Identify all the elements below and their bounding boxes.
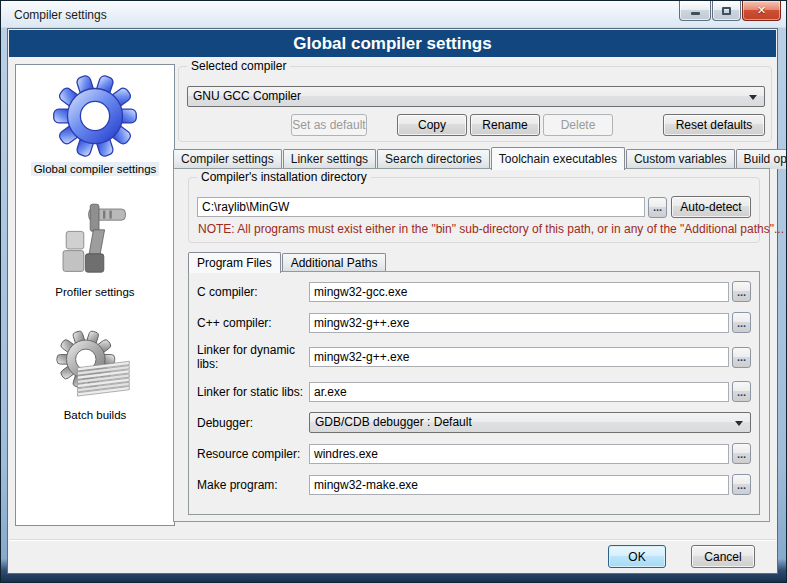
field-row-static-linker: Linker for static libs: ...	[197, 381, 751, 402]
window-controls: ✕	[678, 1, 781, 21]
field-row-debugger: Debugger: GDB/CDB debugger : Default	[197, 412, 751, 433]
debugger-combobox[interactable]: GDB/CDB debugger : Default	[309, 412, 751, 433]
page-title: Global compiler settings	[9, 30, 776, 57]
tab-search-directories[interactable]: Search directories	[377, 149, 490, 169]
batch-builds-gear-icon	[49, 327, 141, 405]
sidebar: Global compiler settings Profiler settin…	[15, 64, 175, 526]
dynamic-linker-input[interactable]	[309, 347, 729, 367]
program-files-panel: C compiler: ... C++ compiler: ... Linker…	[188, 271, 760, 515]
tab-custom-variables[interactable]: Custom variables	[626, 149, 735, 169]
c-compiler-input[interactable]	[309, 282, 729, 302]
tab-compiler-settings[interactable]: Compiler settings	[173, 149, 282, 169]
dialog-client-area: Global compiler settings	[7, 28, 778, 574]
set-as-default-button[interactable]: Set as default	[291, 114, 367, 136]
sidebar-item-label: Global compiler settings	[31, 162, 160, 176]
field-row-make-program: Make program: ...	[197, 474, 751, 495]
toolchain-executables-panel: Compiler's installation directory ... Au…	[173, 168, 770, 522]
browse-directory-button[interactable]: ...	[648, 197, 667, 218]
browse-make-program-button[interactable]: ...	[732, 474, 751, 495]
field-label: C compiler:	[197, 285, 309, 299]
resource-compiler-input[interactable]	[309, 444, 729, 464]
sidebar-item-profiler-settings[interactable]: Profiler settings	[16, 200, 174, 299]
field-label: Debugger:	[197, 416, 309, 430]
rename-button[interactable]: Rename	[470, 114, 540, 136]
tab-linker-settings[interactable]: Linker settings	[283, 149, 376, 169]
minimize-button[interactable]	[679, 1, 711, 21]
footer-separator	[9, 539, 776, 541]
field-row-c-compiler: C compiler: ...	[197, 281, 751, 302]
browse-resource-compiler-button[interactable]: ...	[732, 443, 751, 464]
compiler-settings-window: Compiler settings ✕ Global compiler sett…	[0, 0, 787, 583]
selected-compiler-combobox[interactable]: GNU GCC Compiler	[187, 86, 765, 107]
copy-button[interactable]: Copy	[397, 114, 467, 136]
close-icon: ✕	[757, 4, 766, 17]
group-label: Compiler's installation directory	[197, 170, 371, 184]
compiler-action-buttons: Set as default Copy Rename Delete Reset …	[187, 114, 765, 136]
auto-detect-button[interactable]: Auto-detect	[671, 196, 751, 218]
window-title: Compiler settings	[14, 8, 107, 22]
field-label: Resource compiler:	[197, 447, 309, 461]
blue-gear-icon	[52, 73, 138, 159]
dropdown-arrow-icon	[749, 95, 757, 100]
tab-program-files[interactable]: Program Files	[188, 252, 281, 273]
tab-additional-paths[interactable]: Additional Paths	[282, 253, 387, 272]
note-text: NOTE: All programs must exist either in …	[198, 222, 784, 236]
dropdown-arrow-icon	[735, 421, 743, 426]
browse-static-linker-button[interactable]: ...	[732, 381, 751, 402]
browse-cpp-compiler-button[interactable]: ...	[732, 312, 751, 333]
titlebar[interactable]: Compiler settings ✕	[1, 1, 786, 28]
footer: OK Cancel	[608, 545, 755, 568]
field-label: C++ compiler:	[197, 316, 309, 330]
delete-button[interactable]: Delete	[543, 114, 613, 136]
cpp-compiler-input[interactable]	[309, 313, 729, 333]
field-row-cpp-compiler: C++ compiler: ...	[197, 312, 751, 333]
group-label: Selected compiler	[187, 59, 290, 73]
close-button[interactable]: ✕	[742, 1, 781, 21]
static-linker-input[interactable]	[309, 382, 729, 402]
tab-toolchain-executables[interactable]: Toolchain executables	[491, 147, 625, 170]
sidebar-item-global-compiler-settings[interactable]: Global compiler settings	[16, 73, 174, 176]
field-label: Linker for dynamic libs:	[197, 343, 309, 371]
field-row-resource-compiler: Resource compiler: ...	[197, 443, 751, 464]
cancel-button[interactable]: Cancel	[691, 545, 755, 568]
browse-c-compiler-button[interactable]: ...	[732, 281, 751, 302]
maximize-button[interactable]	[712, 1, 741, 21]
profiler-caliper-icon	[55, 200, 135, 282]
sidebar-item-label: Profiler settings	[52, 285, 137, 299]
make-program-input[interactable]	[309, 475, 729, 495]
minimize-icon	[691, 12, 700, 15]
installation-directory-input[interactable]	[197, 197, 645, 217]
reset-defaults-button[interactable]: Reset defaults	[663, 114, 765, 136]
main-tabs: Compiler settings Linker settings Search…	[173, 146, 770, 169]
field-label: Linker for static libs:	[197, 385, 309, 399]
browse-dynamic-linker-button[interactable]: ...	[732, 347, 751, 368]
maximize-icon	[722, 7, 731, 15]
field-label: Make program:	[197, 478, 309, 492]
program-tabs: Program Files Additional Paths	[188, 251, 387, 272]
field-row-dynamic-linker: Linker for dynamic libs: ...	[197, 343, 751, 371]
sidebar-item-label: Batch builds	[61, 408, 130, 422]
selected-compiler-group: Selected compiler GNU GCC Compiler Set a…	[178, 66, 772, 142]
tab-build-options[interactable]: Build options	[736, 149, 787, 169]
installation-directory-group: Compiler's installation directory ... Au…	[188, 177, 760, 243]
sidebar-item-batch-builds[interactable]: Batch builds	[16, 327, 174, 422]
ok-button[interactable]: OK	[608, 545, 666, 568]
